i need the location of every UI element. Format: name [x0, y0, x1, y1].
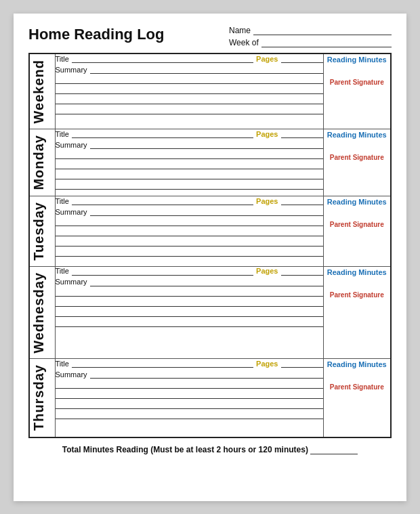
blank-line-3[interactable] [56, 308, 323, 317]
pages-input[interactable] [281, 129, 323, 138]
week-field-line: Week of [229, 38, 392, 47]
summary-label: Summary [56, 370, 87, 379]
summary-line: Summary [56, 140, 323, 149]
blank-line-3[interactable] [56, 238, 323, 247]
reading-minutes-label: Reading Minutes [324, 267, 391, 276]
blank-line-4[interactable] [56, 181, 323, 190]
blank-line-3[interactable] [56, 400, 323, 409]
pages-label: Pages [256, 197, 278, 205]
week-underline[interactable] [261, 38, 392, 47]
blank-line-1[interactable] [56, 75, 323, 84]
blank-line-4[interactable] [56, 248, 323, 257]
blank-line-4[interactable] [56, 410, 323, 419]
blank-line-2[interactable] [56, 160, 323, 169]
blank-line-1[interactable] [56, 150, 323, 159]
footer: Total Minutes Reading (Must be at least … [28, 445, 392, 457]
page-title: Home Reading Log [28, 26, 164, 43]
blank-line-1[interactable] [56, 380, 323, 389]
content-cell-thursday: Title Pages Summary [55, 359, 323, 437]
header: Home Reading Log Name Week of [28, 26, 392, 47]
right-cell-thursday: Reading Minutes Parent Signature [323, 359, 391, 437]
day-cell-thursday: Thursday [29, 359, 55, 437]
title-line: Title Pages [56, 129, 323, 138]
parent-signature-label: Parent Signature [324, 383, 391, 392]
title-input[interactable] [72, 54, 253, 63]
title-input[interactable] [72, 129, 253, 138]
title-label: Title [56, 55, 69, 63]
title-label: Title [56, 360, 69, 368]
blank-line-4[interactable] [56, 318, 323, 327]
week-label: Week of [229, 38, 259, 47]
title-label: Title [56, 130, 69, 138]
right-cell-inner: Reading Minutes Parent Signature [324, 196, 391, 230]
blank-line-1[interactable] [56, 217, 323, 226]
content-cell-weekend: Title Pages Summary [55, 53, 323, 129]
summary-line: Summary [56, 207, 323, 216]
summary-label: Summary [56, 278, 87, 286]
right-cell-monday: Reading Minutes Parent Signature [323, 129, 391, 196]
right-cell-inner: Reading Minutes Parent Signature [324, 359, 391, 392]
pages-input[interactable] [281, 196, 323, 205]
right-cell-wednesday: Reading Minutes Parent Signature [323, 266, 391, 359]
pages-label: Pages [256, 130, 278, 138]
day-label-weekend: Weekend [30, 54, 48, 129]
reading-minutes-label: Reading Minutes [324, 54, 391, 64]
pages-label: Pages [256, 55, 278, 63]
blank-line-2[interactable] [56, 390, 323, 399]
day-cell-weekend: Weekend [29, 53, 55, 129]
summary-label: Summary [56, 141, 87, 149]
blank-line-2[interactable] [56, 228, 323, 236]
blank-line-1[interactable] [56, 288, 323, 297]
summary-input[interactable] [90, 207, 323, 216]
pages-input[interactable] [281, 54, 323, 63]
blank-line-2[interactable] [56, 298, 323, 307]
total-underline[interactable] [310, 446, 358, 454]
summary-input[interactable] [90, 140, 323, 149]
blank-line-3[interactable] [56, 95, 323, 104]
summary-label: Summary [56, 66, 87, 74]
pages-input[interactable] [281, 267, 323, 276]
name-underline[interactable] [253, 26, 392, 35]
title-line: Title Pages [56, 267, 323, 276]
right-cell-inner: Reading Minutes Parent Signature [324, 129, 391, 163]
right-cell-inner: Reading Minutes Parent Signature [324, 267, 391, 300]
summary-input[interactable] [90, 65, 323, 74]
parent-signature-label: Parent Signature [324, 79, 391, 87]
day-label-wednesday: Wednesday [30, 267, 48, 359]
right-cell-tuesday: Reading Minutes Parent Signature [323, 196, 391, 267]
footer-text: Total Minutes Reading (Must be at least … [62, 445, 308, 454]
content-cell-wednesday: Title Pages Summary [55, 266, 323, 359]
day-label-monday: Monday [30, 129, 48, 196]
log-table: Weekend Title Pages Summary Reading Minu… [28, 53, 392, 438]
day-label-tuesday: Tuesday [30, 196, 48, 266]
blank-line-2[interactable] [56, 85, 323, 94]
table-row: Tuesday Title Pages Summary Reading Minu… [29, 196, 391, 267]
title-input[interactable] [72, 359, 253, 368]
page: Home Reading Log Name Week of Weekend Ti… [14, 14, 406, 501]
right-cell-inner: Reading Minutes Parent Signature [324, 54, 391, 87]
summary-label: Summary [56, 208, 87, 216]
table-row: Thursday Title Pages Summary Reading Min… [29, 359, 391, 437]
reading-minutes-label: Reading Minutes [324, 196, 391, 206]
title-input[interactable] [72, 196, 253, 205]
name-label: Name [229, 26, 251, 35]
summary-input[interactable] [90, 278, 323, 286]
title-label: Title [56, 267, 69, 275]
summary-line: Summary [56, 65, 323, 74]
name-field-line: Name [229, 26, 392, 35]
blank-line-3[interactable] [56, 171, 323, 179]
summary-line: Summary [56, 370, 323, 379]
day-cell-monday: Monday [29, 129, 55, 196]
summary-input[interactable] [90, 370, 323, 379]
table-row: Monday Title Pages Summary Reading Minut… [29, 129, 391, 196]
title-line: Title Pages [56, 54, 323, 63]
content-cell-monday: Title Pages Summary [55, 129, 323, 196]
title-line: Title Pages [56, 196, 323, 205]
right-cell-weekend: Reading Minutes Parent Signature [323, 53, 391, 129]
title-input[interactable] [72, 267, 253, 276]
blank-line-4[interactable] [56, 106, 323, 114]
reading-minutes-label: Reading Minutes [324, 129, 391, 139]
pages-input[interactable] [281, 359, 323, 368]
parent-signature-label: Parent Signature [324, 154, 391, 163]
reading-minutes-label: Reading Minutes [324, 359, 391, 368]
